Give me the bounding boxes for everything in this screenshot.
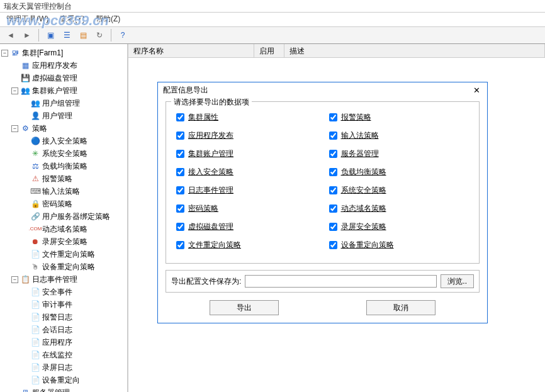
tree-log-evt[interactable]: −📋日志事件管理 <box>10 273 127 286</box>
tree-ddns[interactable]: .COM动态域名策略 <box>20 223 127 235</box>
toggle-icon[interactable]: − <box>11 125 18 132</box>
checkbox[interactable] <box>176 241 184 249</box>
browse-button[interactable]: 浏览.. <box>441 274 474 288</box>
chk-label[interactable]: 服务器管理 <box>341 148 379 159</box>
menu-help[interactable]: 帮助(Z) <box>96 14 120 23</box>
chk-ddns-policy[interactable]: 动态域名策略 <box>329 203 469 214</box>
tree-user-mgmt[interactable]: 👤用户管理 <box>20 109 127 122</box>
export-button[interactable]: 导出 <box>210 300 279 315</box>
chk-dev-redir[interactable]: 设备重定向策略 <box>329 240 469 250</box>
tree-label: 报警策略 <box>42 173 72 184</box>
chk-sys-sec[interactable]: 系统安全策略 <box>329 185 469 196</box>
menu-view[interactable]: 查看(Y) <box>60 14 85 23</box>
chk-acct-mgmt[interactable]: 集群账户管理 <box>176 148 317 159</box>
checkbox[interactable] <box>176 223 184 231</box>
tree-audit-evt[interactable]: 📄审计事件 <box>20 298 127 311</box>
toggle-icon[interactable]: − <box>1 50 8 57</box>
tree-app-log[interactable]: 📄应用程序 <box>20 336 127 349</box>
tree-ime[interactable]: ⌨输入法策略 <box>20 185 127 198</box>
chk-pwd-policy[interactable]: 密码策略 <box>176 203 317 214</box>
chk-label[interactable]: 密码策略 <box>188 203 218 214</box>
menu-tool[interactable]: 管理工具(W) <box>6 14 48 23</box>
col-header-name[interactable]: 程序名称 <box>128 44 254 57</box>
chk-label[interactable]: 系统安全策略 <box>341 185 386 196</box>
tree-dev-redir-log[interactable]: 📄设备重定向 <box>20 374 127 386</box>
tree-file-redir[interactable]: 📄文件重定向策略 <box>20 248 127 260</box>
chk-label[interactable]: 虚拟磁盘管理 <box>188 221 233 232</box>
checkbox[interactable] <box>176 168 184 176</box>
tree-dev-redir[interactable]: 🖱设备重定向策略 <box>20 260 127 273</box>
col-header-desc[interactable]: 描述 <box>284 44 545 57</box>
tree-user-srv-bind[interactable]: 🔗用户服务器绑定策略 <box>20 210 127 223</box>
tree-load-bal[interactable]: ⚖负载均衡策略 <box>20 160 127 172</box>
chk-access-sec[interactable]: 接入安全策略 <box>176 167 317 177</box>
chk-rec-sec[interactable]: 录屏安全策略 <box>329 221 469 232</box>
tool-btn-2[interactable]: ☰ <box>60 28 74 42</box>
chk-label[interactable]: 报警策略 <box>341 112 371 123</box>
checkbox[interactable] <box>329 241 337 249</box>
checkbox[interactable] <box>176 150 184 158</box>
checkbox[interactable] <box>329 204 337 213</box>
checkbox[interactable] <box>176 186 184 194</box>
tool-btn-5[interactable]: ? <box>116 28 130 42</box>
checkbox[interactable] <box>329 132 337 140</box>
chk-label[interactable]: 应用程序发布 <box>188 130 233 141</box>
chk-label[interactable]: 集群账户管理 <box>188 148 233 159</box>
tool-btn-4[interactable]: ↻ <box>93 28 106 42</box>
chk-alarm-policy[interactable]: 报警策略 <box>329 112 469 123</box>
checkbox[interactable] <box>329 168 337 176</box>
toggle-icon[interactable]: − <box>11 276 18 283</box>
nav-back-button[interactable]: ◄ <box>4 28 18 42</box>
chk-label[interactable]: 集群属性 <box>188 112 218 123</box>
chk-app-pub[interactable]: 应用程序发布 <box>176 130 317 141</box>
chk-cluster-attr[interactable]: 集群属性 <box>176 112 317 123</box>
doc-icon: 📄 <box>30 337 40 347</box>
chk-srv-mgmt[interactable]: 服务器管理 <box>329 148 469 159</box>
checkbox[interactable] <box>329 150 337 158</box>
chk-label[interactable]: 动态域名策略 <box>341 203 386 214</box>
chk-label[interactable]: 文件重定向策略 <box>188 240 241 250</box>
chk-log-evt[interactable]: 日志事件管理 <box>176 185 317 196</box>
tree-alarm[interactable]: ⚠报警策略 <box>20 172 127 185</box>
cancel-button[interactable]: 取消 <box>366 300 435 315</box>
tree-rec-log[interactable]: 📄录屏日志 <box>20 361 127 374</box>
tree-acct[interactable]: −👥集群账户管理 <box>10 84 127 97</box>
checkbox[interactable] <box>176 113 184 121</box>
save-path-input[interactable] <box>245 275 437 288</box>
col-header-enable[interactable]: 启用 <box>254 44 284 57</box>
tree-vdisk[interactable]: 💾虚拟磁盘管理 <box>10 72 127 84</box>
checkbox[interactable] <box>176 204 184 213</box>
tree-session-log[interactable]: 📄会话日志 <box>20 323 127 336</box>
chk-label[interactable]: 输入法策略 <box>341 130 379 141</box>
tree-root[interactable]: − 🖳 集群[Farm1] <box>0 47 127 59</box>
tool-btn-1[interactable]: ▣ <box>43 28 57 42</box>
tree-app-pub[interactable]: ▦应用程序发布 <box>10 59 127 72</box>
tree-srv-mgmt[interactable]: 🖥服务器管理 <box>10 386 127 392</box>
checkbox[interactable] <box>329 186 337 194</box>
checkbox[interactable] <box>176 132 184 140</box>
tree-rec-sec[interactable]: ⏺录屏安全策略 <box>20 235 127 248</box>
checkbox[interactable] <box>329 113 337 121</box>
tree-online-mon[interactable]: 📄在线监控 <box>20 349 127 361</box>
checkbox[interactable] <box>329 223 337 231</box>
tree-sec-evt[interactable]: 📄安全事件 <box>20 286 127 298</box>
toggle-icon[interactable]: − <box>11 87 18 94</box>
chk-ime-policy[interactable]: 输入法策略 <box>329 130 469 141</box>
tree-access-sec[interactable]: 🔵接入安全策略 <box>20 135 127 147</box>
chk-label[interactable]: 接入安全策略 <box>188 167 233 177</box>
tree-sys-sec[interactable]: ✳系统安全策略 <box>20 147 127 160</box>
nav-fwd-button[interactable]: ► <box>20 28 34 42</box>
close-button[interactable]: ✕ <box>471 84 482 96</box>
tree-alarm-log[interactable]: 📄报警日志 <box>20 311 127 323</box>
chk-file-redir[interactable]: 文件重定向策略 <box>176 240 317 250</box>
chk-label[interactable]: 日志事件管理 <box>188 185 233 196</box>
tree-group-mgmt[interactable]: 👥用户组管理 <box>20 97 127 109</box>
tree-policy[interactable]: −⚙策略 <box>10 122 127 135</box>
tool-btn-3[interactable]: ▤ <box>76 28 90 42</box>
chk-label[interactable]: 录屏安全策略 <box>341 221 386 232</box>
chk-load-bal[interactable]: 负载均衡策略 <box>329 167 469 177</box>
chk-vdisk-mgmt[interactable]: 虚拟磁盘管理 <box>176 221 317 232</box>
chk-label[interactable]: 负载均衡策略 <box>341 167 386 177</box>
chk-label[interactable]: 设备重定向策略 <box>341 240 394 250</box>
tree-pwd[interactable]: 🔒密码策略 <box>20 198 127 210</box>
